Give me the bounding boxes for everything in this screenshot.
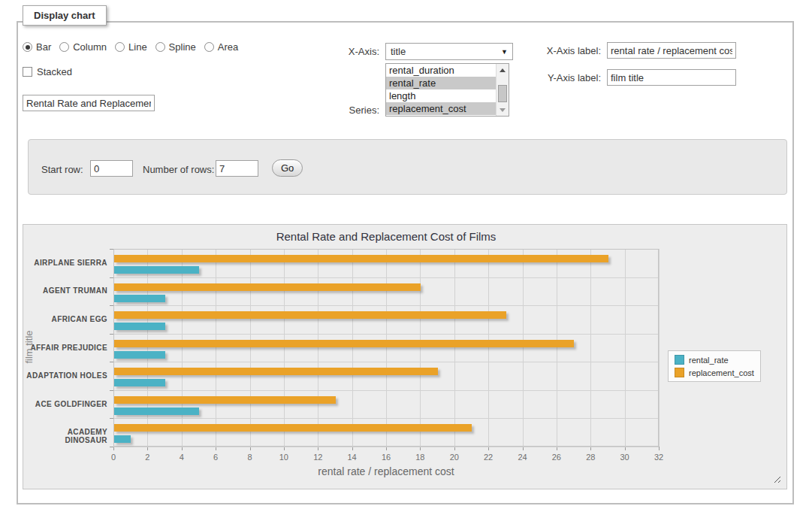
y-axis-title: film title — [23, 301, 35, 392]
x-axis-selected-value: title — [391, 46, 406, 57]
x-tick — [659, 447, 660, 450]
legend-row: replacement_cost — [675, 368, 754, 377]
bar-replacement_cost — [114, 424, 472, 432]
chart-title: Rental Rate and Replacement Cost of Film… — [113, 230, 659, 243]
category-label: AIRPLANE SIERRA — [26, 259, 107, 267]
x-tick-label: 20 — [443, 453, 466, 462]
chart-type-label: Spline — [169, 41, 196, 53]
x-tick-label: 26 — [545, 453, 568, 462]
bar-rental_rate — [114, 351, 165, 359]
x-tick-label: 4 — [171, 453, 193, 462]
x-tick-label: 24 — [512, 453, 534, 462]
category-label: ADAPTATION HOLES — [26, 371, 107, 380]
x-tick-label: 10 — [273, 453, 295, 462]
go-button[interactable]: Go — [272, 159, 303, 177]
stacked-checkbox[interactable] — [23, 67, 32, 77]
chevron-down-icon: ▼ — [501, 48, 508, 56]
bar-rental_rate — [114, 266, 199, 274]
category-label: ACE GOLDFINGER — [26, 400, 107, 408]
chart-type-spline[interactable]: Spline — [155, 41, 196, 53]
x-tick-label: 28 — [579, 453, 602, 462]
series-option-length[interactable]: length — [386, 89, 496, 102]
x-tick-label: 0 — [102, 453, 125, 462]
bar-rental_rate — [114, 407, 199, 415]
category-label: AFRICAN EGG — [26, 315, 107, 323]
scrollbar-thumb[interactable] — [498, 85, 507, 102]
series-select[interactable]: rental_durationrental_ratelengthreplacem… — [385, 63, 509, 117]
chart-container: Rental Rate and Replacement Cost of Film… — [23, 224, 787, 489]
legend-row: rental_rate — [675, 355, 754, 365]
series-select-label: Series: — [323, 105, 379, 116]
x-tick-label: 18 — [409, 453, 431, 462]
x-axis-title: rental rate / replacement cost — [113, 465, 659, 477]
chart-type-options: BarColumnLineSplineArea — [23, 41, 238, 53]
chart-type-area[interactable]: Area — [204, 41, 238, 53]
radio-icon[interactable] — [204, 42, 214, 52]
legend-swatch-rental_rate — [675, 355, 684, 365]
fieldset-legend: Display chart — [23, 5, 107, 26]
x-axis-label-label: X-Axis label: — [526, 45, 601, 56]
stacked-option[interactable]: Stacked — [23, 66, 72, 77]
bar-replacement_cost — [114, 255, 608, 262]
x-tick-label: 8 — [239, 453, 261, 462]
chart-type-label: Bar — [36, 41, 51, 53]
x-tick-label: 16 — [375, 453, 397, 462]
x-axis-select[interactable]: title ▼ — [385, 43, 513, 60]
chart-type-label: Area — [218, 41, 238, 53]
bar-replacement_cost — [114, 340, 574, 347]
scroll-down-icon[interactable] — [497, 104, 509, 116]
plot-border — [113, 249, 659, 447]
x-tick-label: 12 — [306, 453, 329, 462]
row-range-panel — [28, 139, 787, 195]
legend-swatch-replacement_cost — [675, 368, 684, 377]
bar-replacement_cost — [114, 396, 336, 404]
legend-label: rental_rate — [689, 356, 729, 365]
y-axis-label-label: Y-Axis label: — [526, 72, 601, 83]
bar-rental_rate — [114, 379, 165, 386]
series-option-rental_rate[interactable]: rental_rate — [386, 77, 496, 89]
resize-handle[interactable] — [772, 474, 780, 483]
y-tick — [110, 447, 113, 447]
chart-series-legend: rental_ratereplacement_cost — [668, 350, 761, 382]
x-tick-label: 14 — [341, 453, 364, 462]
chart-type-column[interactable]: Column — [59, 41, 107, 53]
x-axis-select-label: X-Axis: — [323, 46, 379, 57]
radio-icon[interactable] — [155, 42, 165, 52]
start-row-input[interactable] — [90, 160, 133, 177]
chart-type-label: Column — [73, 41, 107, 53]
radio-icon[interactable] — [23, 42, 32, 52]
category-label: AFFAIR PREJUDICE — [26, 344, 107, 352]
bar-rental_rate — [114, 435, 131, 443]
radio-icon[interactable] — [59, 42, 69, 52]
radio-icon[interactable] — [115, 42, 125, 52]
series-option-rental_duration[interactable]: rental_duration — [386, 64, 496, 77]
x-tick-label: 22 — [477, 453, 500, 462]
num-rows-input[interactable] — [216, 160, 258, 177]
series-select-scrollbar[interactable] — [496, 64, 509, 116]
chart-type-line[interactable]: Line — [115, 41, 147, 53]
stacked-label: Stacked — [37, 66, 72, 77]
series-options-list: rental_durationrental_ratelengthreplacem… — [386, 64, 496, 116]
chart-type-label: Line — [128, 41, 147, 53]
bar-rental_rate — [114, 295, 165, 302]
x-axis-label-input[interactable] — [607, 42, 736, 59]
bar-replacement_cost — [114, 311, 506, 319]
x-tick-label: 2 — [136, 453, 158, 462]
series-option-replacement_cost[interactable]: replacement_cost — [386, 102, 496, 115]
x-tick-label: 6 — [204, 453, 227, 462]
chart-type-bar[interactable]: Bar — [23, 41, 51, 53]
bar-rental_rate — [114, 323, 165, 330]
x-tick-label: 30 — [614, 453, 636, 462]
scroll-up-icon[interactable] — [497, 64, 509, 76]
y-axis-label-input[interactable] — [607, 69, 736, 86]
legend-label: replacement_cost — [689, 368, 754, 377]
x-gridline — [659, 249, 660, 447]
start-row-label: Start row: — [41, 164, 83, 175]
y-gridline — [113, 447, 659, 447]
category-label: AGENT TRUMAN — [26, 286, 107, 295]
bar-replacement_cost — [114, 283, 421, 291]
num-rows-label: Number of rows: — [143, 164, 214, 175]
category-label: ACADEMY DINOSAUR — [26, 428, 107, 444]
bar-replacement_cost — [114, 368, 438, 375]
chart-title-input[interactable] — [23, 95, 155, 111]
